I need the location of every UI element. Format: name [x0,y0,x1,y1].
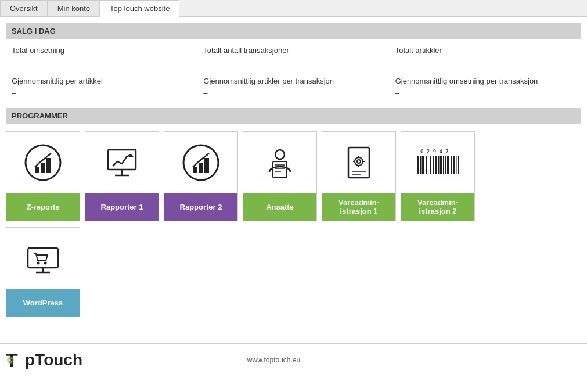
card-icon-z-reports [6,132,80,193]
label-gjennomsnitt-artikkel: Gjennomsnittlig per artikkel [6,74,197,88]
svg-rect-40 [451,156,452,174]
card-label-z-reports: Z-reports [6,193,80,221]
svg-rect-35 [438,156,440,174]
svg-rect-30 [426,156,427,174]
card-icon-wordpress [6,228,80,289]
svg-rect-31 [428,156,428,174]
card-rapporter1[interactable]: Rapporter 1 [85,131,159,221]
svg-point-52 [10,359,11,361]
tab-toptouch[interactable]: TopTouch website [100,0,179,17]
salg-header: SALG I DAG [6,23,581,39]
card-rapporter2[interactable]: Rapporter 2 [164,131,238,221]
card-label-vareadmin1: Vareadmin- istrasjon 1 [322,193,395,221]
svg-rect-27 [417,156,419,174]
card-icon-rapporter2 [164,132,237,193]
programs-grid: Z-reports Rapporter 1 [6,128,581,224]
svg-rect-11 [204,158,209,173]
svg-rect-1 [35,167,39,173]
card-icon-ansatte [243,132,316,193]
svg-rect-10 [199,163,203,173]
svg-rect-42 [456,156,457,174]
svg-point-19 [357,160,361,163]
card-icon-vareadmin2: 0 2 9 4 7 [401,132,474,193]
svg-rect-9 [193,167,197,173]
value-totalt-transaksjoner: – [197,57,389,71]
svg-rect-44 [28,248,58,268]
svg-rect-38 [445,156,446,174]
svg-rect-43 [458,156,459,174]
value-gjennomsnitt-omsetning-transaksjon: – [390,88,581,102]
label-totalt-transaksjoner: Totalt antall transaksjoner [197,44,389,57]
footer-url: www.toptouch.eu [82,356,465,364]
label-gjennomsnitt-artikler-transaksjon: Gjennomsnittlig artikler per transaksjon [197,74,389,88]
svg-text:0 2 9 4 7: 0 2 9 4 7 [420,149,449,154]
programmer-header: PROGRAMMER [6,108,581,124]
tab-minkonto[interactable]: Min konto [48,0,100,16]
card-label-wordpress: WordPress [6,289,80,317]
svg-point-47 [37,261,40,264]
card-z-reports[interactable]: Z-reports [6,131,80,221]
svg-rect-4 [108,150,136,170]
card-label-vareadmin2: Vareadmin- istrasjon 2 [401,193,474,221]
svg-rect-13 [273,161,287,178]
svg-rect-29 [422,156,424,174]
label-total-omsetning: Total omsetning [6,44,197,57]
svg-rect-28 [420,156,422,174]
value-totalt-artikkler: – [390,57,581,71]
card-label-rapporter1: Rapporter 1 [85,193,159,221]
svg-rect-41 [453,156,455,174]
footer-logo-text: pTouch [25,351,82,369]
svg-rect-36 [440,156,442,174]
svg-point-12 [275,150,285,159]
card-vareadmin1[interactable]: Vareadmin- istrasjon 1 [322,131,396,221]
card-wordpress[interactable]: WordPress [6,227,80,317]
tab-oversikt[interactable]: Oversikt [0,0,48,16]
svg-point-48 [44,261,47,264]
stats-row1: Total omsetning Totalt antall transaksjo… [6,44,581,71]
card-icon-rapporter1 [85,132,159,193]
card-vareadmin2[interactable]: 0 2 9 4 7 [401,131,475,221]
stats-row2: Gjennomsnittlig per artikkel Gjennomsnit… [6,74,581,102]
programs-grid-row2: WordPress [6,224,581,320]
value-gjennomsnitt-artikkel: – [6,88,197,102]
card-ansatte[interactable]: Ansatte [243,131,317,221]
main-content: SALG I DAG Total omsetning Totalt antall… [0,23,587,332]
svg-rect-34 [435,156,437,174]
svg-point-18 [355,157,363,166]
card-icon-vareadmin1 [322,132,395,193]
svg-rect-3 [46,158,51,173]
nav-tabs: Oversikt Min konto TopTouch website [0,0,587,17]
card-label-ansatte: Ansatte [243,193,316,221]
svg-rect-32 [430,156,431,174]
value-total-omsetning: – [6,57,197,71]
footer: T pTouch www.toptouch.eu [0,343,587,376]
svg-rect-2 [41,163,45,173]
footer-logo: T pTouch [6,350,82,371]
svg-rect-33 [433,156,434,174]
svg-rect-37 [443,156,444,174]
label-gjennomsnitt-omsetning-transaksjon: Gjennomsnittlig omsetning per transaksjo… [390,74,581,88]
card-label-rapporter2: Rapporter 2 [164,193,237,221]
svg-rect-39 [447,156,449,174]
value-gjennomsnitt-artikler-transaksjon: – [197,88,389,102]
label-totalt-artikkler: Totalt artikkler [390,44,581,57]
